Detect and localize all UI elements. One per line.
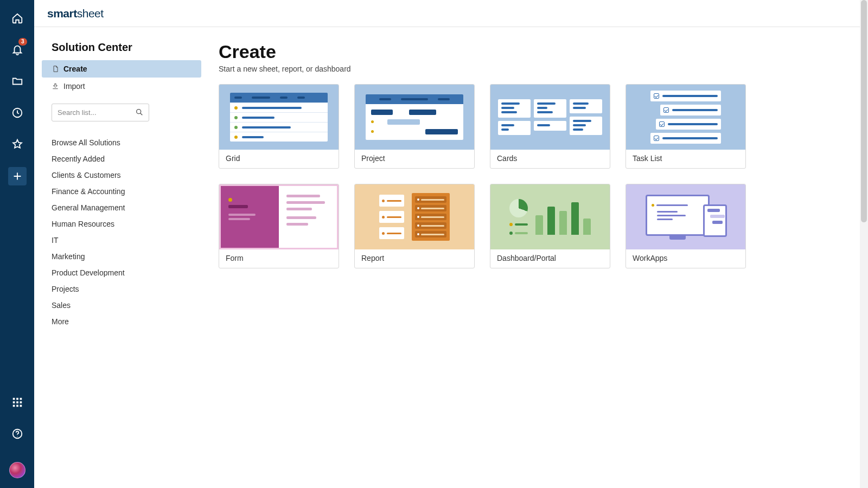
create-area: Create Start a new sheet, report, or das…	[219, 27, 868, 488]
tile-task-list[interactable]: Task List	[626, 84, 746, 169]
cat-product-dev[interactable]: Product Development	[52, 265, 201, 281]
nav-import-label: Import	[63, 82, 85, 91]
tile-grid: Grid	[219, 84, 761, 268]
svg-rect-1	[12, 398, 15, 400]
svg-rect-8	[16, 405, 18, 407]
cat-marketing[interactable]: Marketing	[52, 248, 201, 265]
tile-workapps-illustration	[626, 184, 745, 249]
create-button[interactable]	[8, 167, 27, 185]
tile-form-illustration	[219, 184, 339, 249]
favorites-icon[interactable]	[7, 133, 28, 155]
svg-rect-7	[12, 405, 15, 407]
recents-icon[interactable]	[7, 102, 28, 124]
cat-more[interactable]: More	[52, 313, 201, 330]
svg-point-11	[17, 436, 17, 436]
tile-form-label: Form	[219, 249, 339, 268]
cat-it[interactable]: IT	[52, 232, 201, 248]
notification-badge: 3	[18, 38, 27, 46]
cat-recently-added[interactable]: Recently Added	[52, 151, 201, 167]
nav-import[interactable]: Import	[42, 78, 201, 95]
help-icon[interactable]	[7, 423, 28, 445]
cat-clients[interactable]: Clients & Customers	[52, 167, 201, 183]
tile-workapps-label: WorkApps	[626, 249, 745, 268]
svg-rect-3	[20, 398, 22, 400]
cat-general-mgmt[interactable]: General Management	[52, 200, 201, 216]
cat-sales[interactable]: Sales	[52, 297, 201, 313]
tile-dashboard[interactable]: Dashboard/Portal	[490, 184, 610, 268]
tile-report-illustration	[355, 184, 474, 249]
tile-cards-label: Cards	[490, 150, 610, 168]
tile-grid[interactable]: Grid	[219, 84, 339, 169]
main: smartsheet Solution Center Create Import	[34, 0, 868, 488]
sheet-icon	[52, 65, 59, 73]
nav-create-label: Create	[63, 65, 87, 73]
nav-create[interactable]: Create	[42, 60, 201, 78]
import-icon	[52, 82, 59, 90]
side-nav: Create Import	[42, 60, 201, 95]
tile-project-label: Project	[355, 150, 474, 168]
tile-task-label: Task List	[626, 150, 745, 168]
tile-grid-label: Grid	[219, 150, 339, 168]
search-input[interactable]	[52, 104, 149, 121]
tile-dashboard-illustration	[490, 184, 610, 249]
cat-browse-all[interactable]: Browse All Solutions	[52, 134, 201, 151]
tile-form[interactable]: Form	[219, 184, 339, 268]
brand-bar: smartsheet	[34, 0, 868, 27]
tile-cards[interactable]: Cards	[490, 84, 610, 169]
notifications-icon[interactable]: 3	[7, 39, 28, 61]
svg-rect-6	[20, 401, 22, 403]
brand-logo: smartsheet	[47, 7, 104, 20]
tile-workapps[interactable]: WorkApps	[626, 184, 746, 268]
apps-icon[interactable]	[7, 391, 28, 413]
svg-rect-5	[16, 401, 18, 403]
cat-hr[interactable]: Human Resources	[52, 216, 201, 232]
tile-report[interactable]: Report	[354, 184, 475, 268]
page-title: Create	[219, 41, 846, 62]
page-subtitle: Start a new sheet, report, or dashboard	[219, 65, 846, 73]
side-panel: Solution Center Create Import Browse All…	[34, 27, 219, 488]
scrollbar[interactable]	[860, 0, 868, 488]
cat-projects[interactable]: Projects	[52, 281, 201, 297]
home-icon[interactable]	[7, 8, 28, 29]
tile-grid-illustration	[219, 85, 339, 150]
svg-rect-9	[20, 405, 22, 407]
side-title: Solution Center	[52, 41, 201, 54]
tile-task-illustration	[626, 85, 745, 150]
avatar[interactable]	[9, 462, 25, 478]
tile-cards-illustration	[490, 85, 610, 150]
search-icon	[135, 108, 144, 117]
svg-rect-4	[12, 401, 15, 403]
category-list: Browse All Solutions Recently Added Clie…	[52, 134, 201, 330]
svg-point-12	[137, 110, 141, 114]
tile-dashboard-label: Dashboard/Portal	[490, 249, 610, 268]
left-rail: 3	[0, 0, 34, 488]
tile-project-illustration	[355, 85, 474, 150]
search-wrap	[52, 104, 201, 121]
folder-icon[interactable]	[7, 70, 28, 92]
tile-project[interactable]: Project	[354, 84, 475, 169]
tile-report-label: Report	[355, 249, 474, 268]
cat-finance[interactable]: Finance & Accounting	[52, 183, 201, 200]
svg-rect-2	[16, 398, 18, 400]
